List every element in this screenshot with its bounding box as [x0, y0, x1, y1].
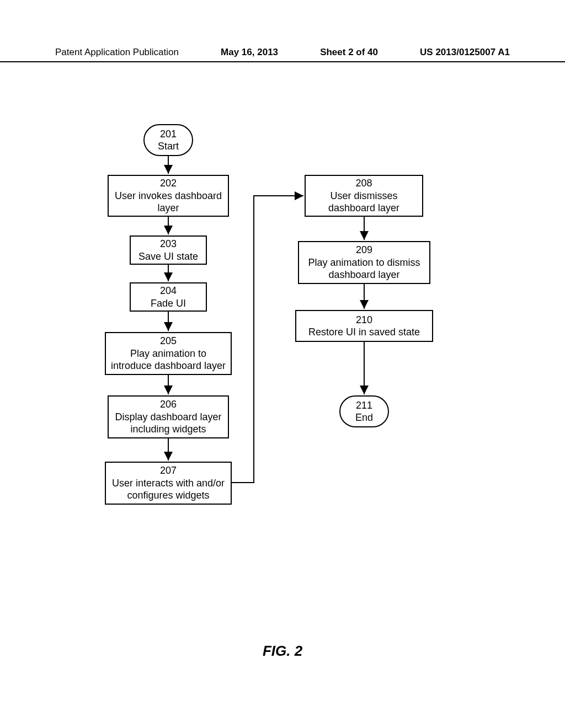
node-text: User dismisses dashboard layer [309, 190, 419, 215]
node-number: 204 [160, 285, 177, 297]
node-text: End [355, 411, 373, 424]
node-210: 210 Restore UI in saved state [295, 310, 433, 342]
node-text: Play animation to dismiss dashboard laye… [302, 256, 426, 281]
node-number: 205 [160, 335, 177, 347]
node-206: 206 Display dashboard layer including wi… [108, 395, 229, 438]
header-publication: Patent Application Publication [55, 47, 179, 58]
node-number: 202 [160, 177, 177, 190]
node-208: 208 User dismisses dashboard layer [305, 175, 423, 217]
node-number: 209 [356, 244, 372, 256]
node-number: 210 [356, 314, 372, 326]
node-204: 204 Fade UI [130, 282, 207, 312]
node-text: Play animation to introduce dashboard la… [109, 347, 227, 372]
node-number: 208 [355, 177, 372, 190]
node-202: 202 User invokes dashboard layer [108, 175, 229, 217]
page-header: Patent Application Publication May 16, 2… [0, 47, 565, 62]
node-text: Start [158, 140, 179, 153]
node-number: 206 [160, 398, 177, 411]
node-209: 209 Play animation to dismiss dashboard … [298, 241, 430, 284]
node-text: User invokes dashboard layer [112, 190, 225, 215]
header-sheet: Sheet 2 of 40 [320, 47, 378, 58]
node-text: Restore UI in saved state [308, 326, 420, 339]
header-date: May 16, 2013 [221, 47, 278, 58]
node-205: 205 Play animation to introduce dashboar… [105, 332, 232, 375]
node-text: Display dashboard layer including widget… [112, 411, 225, 436]
node-number: 207 [160, 464, 177, 477]
node-201-start: 201 Start [143, 124, 193, 156]
node-text: Save UI state [138, 250, 198, 263]
node-text: User interacts with and/or configures wi… [109, 477, 227, 502]
figure-label: FIG. 2 [0, 643, 565, 660]
node-207: 207 User interacts with and/or configure… [105, 462, 232, 505]
node-number: 211 [356, 399, 372, 412]
node-number: 201 [160, 128, 177, 141]
node-211-end: 211 End [339, 395, 389, 427]
node-text: Fade UI [151, 297, 186, 310]
node-203: 203 Save UI state [130, 235, 207, 265]
node-number: 203 [160, 238, 177, 250]
header-pubno: US 2013/0125007 A1 [420, 47, 510, 58]
